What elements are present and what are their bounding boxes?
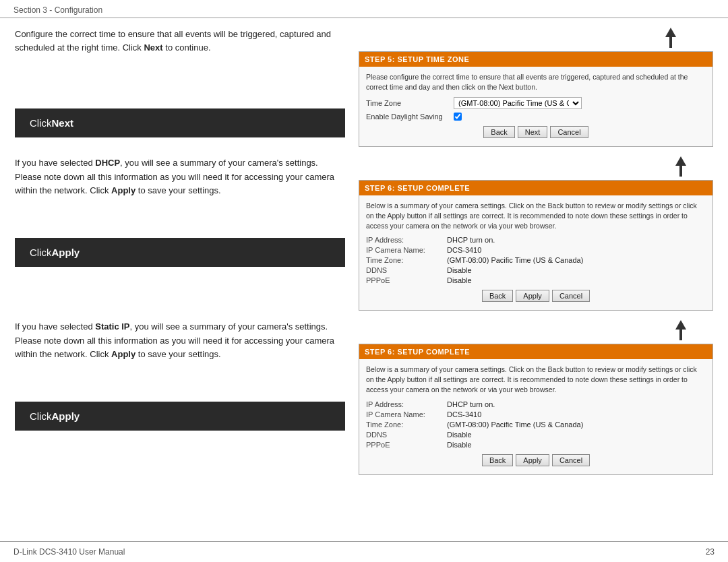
svg-marker-0 <box>665 28 676 37</box>
panel1: STEP 5: SETUP TIME ZONE Please configure… <box>359 51 713 147</box>
table-row: Time Zone: (GMT-08:00) Pacific Time (US … <box>366 256 706 264</box>
table-row: IP Address: DHCP turn on. <box>366 400 706 408</box>
panel1-timezone-row: Time Zone (GMT-08:00) Pacific Time (US &… <box>366 97 706 109</box>
section2-right: STEP 6: SETUP COMPLETE Below is a summar… <box>345 156 713 311</box>
table-row: IP Camera Name: DCS-3410 <box>366 410 706 418</box>
panel2-apply-button[interactable]: Apply <box>516 290 549 302</box>
panel1-back-button[interactable]: Back <box>483 126 514 138</box>
click-apply-bar-2: Click Apply <box>15 402 345 431</box>
panel1-next-button[interactable]: Next <box>518 126 548 138</box>
panel2-rows: IP Address: DHCP turn on. IP Camera Name… <box>366 236 706 284</box>
panel1-body: Please configure the correct time to ens… <box>359 67 712 146</box>
section3-right: STEP 6: SETUP COMPLETE Below is a summar… <box>345 320 713 474</box>
panel2-body: Below is a summary of your camera settin… <box>359 195 712 310</box>
section3-text: If you have selected Static IP, you will… <box>15 320 345 361</box>
svg-marker-4 <box>675 320 686 330</box>
panel2: STEP 6: SETUP COMPLETE Below is a summar… <box>359 180 713 311</box>
arrow2 <box>359 156 713 179</box>
spacer2 <box>15 311 713 317</box>
table-row: IP Address: DHCP turn on. <box>366 236 706 244</box>
section2-left: If you have selected DHCP, you will see … <box>15 156 345 311</box>
panel3: STEP 6: SETUP COMPLETE Below is a summar… <box>359 344 713 474</box>
panel1-timezone-label: Time Zone <box>366 99 454 107</box>
footer-left: D-Link DCS-3410 User Manual <box>13 547 125 557</box>
section2: If you have selected DHCP, you will see … <box>15 156 713 311</box>
click-apply-bar-1: Click Apply <box>15 238 345 267</box>
table-row: PPPoE Disable <box>366 276 706 284</box>
page: Section 3 - Configuration Configure the … <box>0 0 728 562</box>
svg-rect-1 <box>669 37 672 48</box>
panel2-header: STEP 6: SETUP COMPLETE <box>359 181 712 195</box>
footer: D-Link DCS-3410 User Manual 23 <box>0 541 728 562</box>
svg-rect-3 <box>679 166 682 177</box>
section3: If you have selected Static IP, you will… <box>15 320 713 474</box>
table-row: IP Camera Name: DCS-3410 <box>366 246 706 254</box>
panel3-rows: IP Address: DHCP turn on. IP Camera Name… <box>366 400 706 449</box>
panel3-desc: Below is a summary of your camera settin… <box>366 365 706 394</box>
panel1-daylight-checkbox[interactable] <box>454 113 462 121</box>
footer-right: 23 <box>706 547 715 557</box>
arrow3 <box>359 320 713 342</box>
table-row: DDNS Disable <box>366 266 706 274</box>
section1-text: Configure the correct time to ensure tha… <box>15 28 345 55</box>
panel3-buttons: Back Apply Cancel <box>366 454 706 469</box>
panel3-back-button[interactable]: Back <box>482 454 513 466</box>
section3-left: If you have selected Static IP, you will… <box>15 320 345 474</box>
table-row: DDNS Disable <box>366 431 706 439</box>
table-row: Time Zone: (GMT-08:00) Pacific Time (US … <box>366 420 706 429</box>
section1: Configure the correct time to ensure tha… <box>15 28 713 147</box>
panel1-daylight-row: Enable Daylight Saving <box>366 113 706 121</box>
panel2-desc: Below is a summary of your camera settin… <box>366 201 706 230</box>
section1-right: STEP 5: SETUP TIME ZONE Please configure… <box>345 28 713 147</box>
arrow1 <box>359 28 713 50</box>
click-next-bar: Click Next <box>15 108 345 137</box>
svg-rect-5 <box>679 330 682 340</box>
panel1-timezone-select[interactable]: (GMT-08:00) Pacific Time (US & Canada) <box>454 97 582 109</box>
panel1-desc: Please configure the correct time to ens… <box>366 72 706 92</box>
spacer1 <box>15 147 713 154</box>
panel1-daylight-label: Enable Daylight Saving <box>366 113 454 121</box>
panel1-buttons: Back Next Cancel <box>366 126 706 141</box>
panel3-body: Below is a summary of your camera settin… <box>359 359 712 474</box>
panel3-apply-button[interactable]: Apply <box>516 454 549 466</box>
section-label: Section 3 - Configuration <box>13 5 102 15</box>
panel2-back-button[interactable]: Back <box>482 290 513 302</box>
panel1-cancel-button[interactable]: Cancel <box>550 126 588 138</box>
panel2-buttons: Back Apply Cancel <box>366 290 706 305</box>
section1-left: Configure the correct time to ensure tha… <box>15 28 345 147</box>
panel1-header: STEP 5: SETUP TIME ZONE <box>359 52 712 67</box>
section-header: Section 3 - Configuration <box>0 0 728 18</box>
svg-marker-2 <box>675 156 686 166</box>
panel2-cancel-button[interactable]: Cancel <box>552 290 590 302</box>
section2-text: If you have selected DHCP, you will see … <box>15 156 345 197</box>
panel3-header: STEP 6: SETUP COMPLETE <box>359 344 712 359</box>
panel3-cancel-button[interactable]: Cancel <box>552 454 590 466</box>
table-row: PPPoE Disable <box>366 441 706 449</box>
